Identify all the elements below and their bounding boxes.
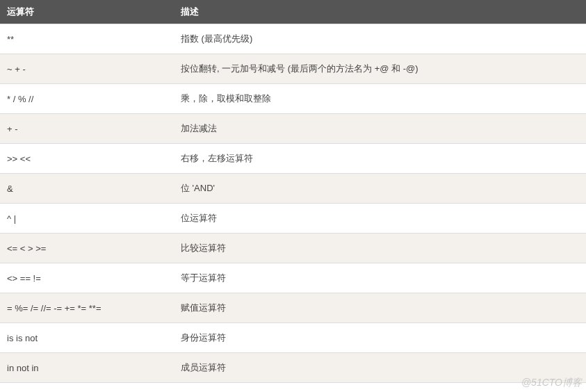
cell-description: 成员运算符 [174, 353, 586, 383]
cell-operator: + - [0, 114, 174, 144]
cell-description: 赋值运算符 [174, 293, 586, 323]
cell-description: 加法减法 [174, 114, 586, 144]
cell-operator: not and or [0, 383, 174, 393]
table-row: is is not 身份运算符 [0, 323, 586, 353]
table-body: ** 指数 (最高优先级) ~ + - 按位翻转, 一元加号和减号 (最后两个的… [0, 24, 586, 393]
cell-operator: = %= /= //= -= += *= **= [0, 293, 174, 323]
cell-description: 比较运算符 [174, 234, 586, 263]
cell-description: 逻辑运算符 [174, 383, 586, 393]
cell-operator: * / % // [0, 84, 174, 114]
cell-description: 乘，除，取模和取整除 [174, 84, 586, 114]
table-row: = %= /= //= -= += *= **= 赋值运算符 [0, 293, 586, 323]
cell-operator: >> << [0, 144, 174, 174]
cell-description: 等于运算符 [174, 263, 586, 293]
table-row: + - 加法减法 [0, 114, 586, 144]
table-row: ~ + - 按位翻转, 一元加号和减号 (最后两个的方法名为 +@ 和 -@) [0, 54, 586, 84]
table-row: ** 指数 (最高优先级) [0, 24, 586, 54]
table-row: in not in 成员运算符 [0, 353, 586, 383]
cell-description: 身份运算符 [174, 323, 586, 353]
table-row: >> << 右移，左移运算符 [0, 144, 586, 174]
table-header-row: 运算符 描述 [0, 0, 586, 24]
table-row: ^ | 位运算符 [0, 204, 586, 234]
cell-operator: <> == != [0, 263, 174, 293]
operator-precedence-table: 运算符 描述 ** 指数 (最高优先级) ~ + - 按位翻转, 一元加号和减号… [0, 0, 586, 392]
cell-description: 按位翻转, 一元加号和减号 (最后两个的方法名为 +@ 和 -@) [174, 54, 586, 84]
table-row: not and or 逻辑运算符 [0, 383, 586, 393]
cell-operator: ^ | [0, 204, 174, 234]
cell-description: 右移，左移运算符 [174, 144, 586, 174]
table-row: & 位 'AND' [0, 174, 586, 204]
header-description: 描述 [174, 0, 586, 24]
cell-description: 位 'AND' [174, 174, 586, 204]
cell-operator: <= < > >= [0, 234, 174, 263]
cell-description: 指数 (最高优先级) [174, 24, 586, 54]
cell-description: 位运算符 [174, 204, 586, 234]
cell-operator: & [0, 174, 174, 204]
cell-operator: ~ + - [0, 54, 174, 84]
table-row: <= < > >= 比较运算符 [0, 234, 586, 263]
cell-operator: in not in [0, 353, 174, 383]
cell-operator: is is not [0, 323, 174, 353]
cell-operator: ** [0, 24, 174, 54]
header-operator: 运算符 [0, 0, 174, 24]
table-row: <> == != 等于运算符 [0, 263, 586, 293]
table-row: * / % // 乘，除，取模和取整除 [0, 84, 586, 114]
